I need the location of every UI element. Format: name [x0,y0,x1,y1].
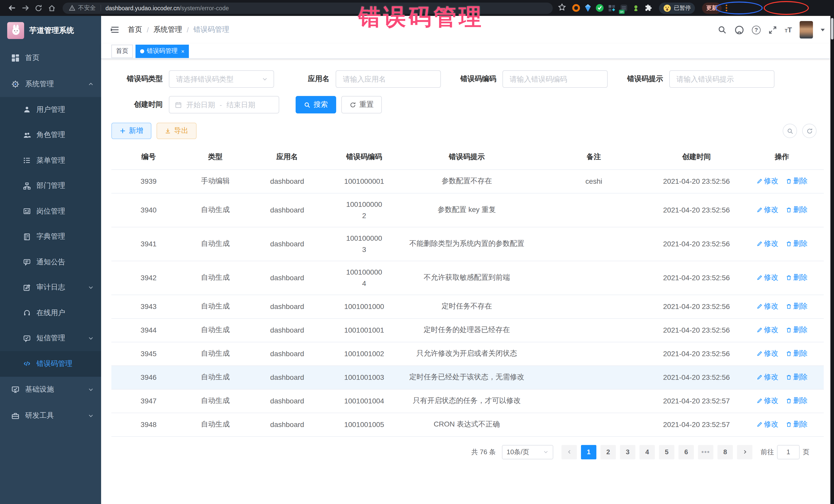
delete-link[interactable]: 删除 [786,273,808,282]
sidebar-item-sms[interactable]: 短信管理 [0,326,101,351]
sidebar-item-home[interactable]: 首页 [0,45,101,71]
page-button-2[interactable]: 2 [600,445,616,459]
extensions-puzzle-icon[interactable] [644,4,652,12]
tab-error-code[interactable]: 错误码管理 × [135,44,189,58]
page-button-6[interactable]: 6 [679,445,694,459]
header-search-icon[interactable] [718,25,727,35]
edit-link[interactable]: 修改 [756,177,778,186]
app-logo[interactable]: 芋道管理系统 [0,16,101,45]
goto-page-input[interactable] [777,445,799,459]
table-row[interactable]: 3942自动生成dashboard100100000 4不允许获取敏感配置到前端… [111,261,824,294]
search-button[interactable]: 搜索 [295,96,336,113]
reload-icon[interactable] [32,2,45,14]
table-row[interactable]: 3943自动生成dashboard1001001000定时任务不存在2021-0… [111,294,824,318]
prev-page-button[interactable] [562,445,577,459]
extension-grid-icon[interactable] [608,4,615,12]
extension-tampermonkey-icon[interactable]: on [620,4,628,12]
page-size-select[interactable]: 10条/页 [502,445,553,459]
fullscreen-icon[interactable] [768,25,777,34]
hamburger-icon[interactable] [110,25,119,35]
page-button-8[interactable]: 8 [718,445,733,459]
forward-icon[interactable] [19,2,32,14]
code-input-wrap[interactable] [502,70,608,88]
delete-link[interactable]: 删除 [786,205,808,215]
bookmark-star-icon[interactable] [558,3,566,13]
type-select-input[interactable] [175,74,260,84]
edit-link[interactable]: 修改 [756,396,778,406]
extension-frog-icon[interactable] [632,4,639,12]
edit-link[interactable]: 修改 [756,205,778,215]
edit-link[interactable]: 修改 [756,302,778,311]
msg-input[interactable] [675,74,768,84]
browser-scrollbar[interactable] [830,16,834,504]
table-row[interactable]: 3945自动生成dashboard1001001002只允许修改为开启或者关闭状… [111,342,824,366]
tab-home[interactable]: 首页 [111,44,133,58]
close-icon[interactable]: × [181,48,184,54]
delete-link[interactable]: 删除 [786,373,808,382]
edit-link[interactable]: 修改 [756,373,778,382]
delete-link[interactable]: 删除 [786,177,808,186]
home-icon[interactable] [45,2,59,14]
sidebar-item-menus[interactable]: 菜单管理 [0,148,101,173]
sidebar-item-users[interactable]: 用户管理 [0,97,101,123]
delete-link[interactable]: 删除 [786,325,808,335]
sidebar-item-dict[interactable]: 字典管理 [0,224,101,249]
page-button-1[interactable]: 1 [581,445,596,459]
table-row[interactable]: 3941自动生成dashboard100100000 3不能删除类型为系统内置的… [111,227,824,261]
sidebar-item-posts[interactable]: 岗位管理 [0,199,101,224]
date-range-picker[interactable]: - [169,96,279,113]
chevron-down-icon[interactable] [821,28,825,31]
browser-profile-chip[interactable]: 已暂停 [659,2,695,14]
help-icon[interactable]: ? [752,25,761,34]
sidebar-item-dev-tools[interactable]: 研发工具 [0,403,101,429]
edit-link[interactable]: 修改 [756,325,778,335]
delete-link[interactable]: 删除 [786,396,808,406]
delete-link[interactable]: 删除 [786,420,808,429]
sidebar-item-roles[interactable]: 角色管理 [0,123,101,148]
refresh-table-button[interactable] [802,124,816,138]
extension-gem-icon[interactable] [585,4,591,12]
table-row[interactable]: 3944自动生成dashboard1001001001定时任务的处理器已经存在2… [111,318,824,342]
app-input-wrap[interactable] [336,70,441,88]
page-button-5[interactable]: 5 [659,445,674,459]
page-button-3[interactable]: 3 [620,445,635,459]
user-avatar[interactable] [799,21,813,39]
edit-link[interactable]: 修改 [756,420,778,429]
delete-link[interactable]: 删除 [786,349,808,358]
sidebar-item-audit-log[interactable]: 审计日志 [0,275,101,300]
extension-adblock-icon[interactable] [572,4,580,12]
table-row[interactable]: 3940自动生成dashboard100100000 2参数配置 key 重复2… [111,193,824,227]
back-icon[interactable] [5,2,19,14]
app-input[interactable] [342,74,435,84]
table-row-hovered[interactable]: 3946自动生成dashboard1001001003定时任务已经处于该状态，无… [111,366,824,389]
table-row[interactable]: 3939手动编辑dashboard1001000001参数配置不存在ceshi2… [111,169,824,193]
breadcrumb-system[interactable]: 系统管理 [153,25,182,35]
sidebar-item-departments[interactable]: 部门管理 [0,173,101,199]
end-date-input[interactable] [225,100,257,109]
font-size-icon[interactable]: TT [785,26,792,34]
more-pages-button[interactable]: ••• [698,445,714,459]
msg-input-wrap[interactable] [669,70,774,88]
sidebar-item-online-users[interactable]: 在线用户 [0,300,101,326]
code-input[interactable] [509,74,601,84]
edit-link[interactable]: 修改 [756,349,778,358]
extension-green-icon[interactable] [596,4,603,12]
delete-link[interactable]: 删除 [786,239,808,248]
start-date-input[interactable] [185,100,217,109]
table-row[interactable]: 3947自动生成dashboard1001001004只有开启状态的任务，才可以… [111,389,824,413]
add-button[interactable]: 新增 [111,123,151,139]
edit-link[interactable]: 修改 [756,273,778,282]
breadcrumb-home[interactable]: 首页 [128,25,142,35]
export-button[interactable]: 导出 [156,123,197,139]
github-icon[interactable] [734,25,744,35]
sidebar-item-error-code[interactable]: 错误码管理 [0,351,101,376]
next-page-button[interactable] [737,445,752,459]
sidebar-item-infra[interactable]: 基础设施 [0,376,101,403]
delete-link[interactable]: 删除 [786,302,808,311]
type-select[interactable] [169,70,274,88]
scrollbar-thumb[interactable] [831,18,833,40]
page-button-4[interactable]: 4 [639,445,655,459]
edit-link[interactable]: 修改 [756,239,778,248]
reset-button[interactable]: 重置 [341,96,382,113]
table-row[interactable]: 3948自动生成dashboard1001001005CRON 表达式不正确20… [111,413,824,436]
